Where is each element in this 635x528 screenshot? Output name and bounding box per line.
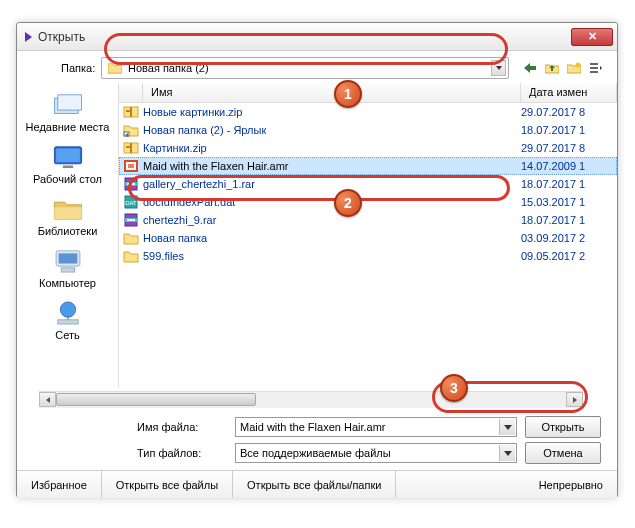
file-name: Новая папка (2) - Ярлык: [143, 124, 521, 136]
file-icon: [119, 105, 143, 119]
file-row[interactable]: Новые картинки.zip29.07.2017 8: [119, 103, 617, 121]
place-desktop[interactable]: Рабочий стол: [23, 141, 113, 187]
svg-point-12: [60, 302, 75, 317]
svg-rect-1: [590, 63, 598, 65]
svg-rect-5: [57, 95, 81, 110]
close-button[interactable]: ✕: [571, 28, 613, 46]
file-icon: [119, 141, 143, 155]
file-date: 18.07.2017 1: [521, 178, 617, 190]
open-all-files-button[interactable]: Открыть все файлы: [102, 471, 233, 498]
file-row[interactable]: Новая папка (2) - Ярлык18.07.2017 1: [119, 121, 617, 139]
horizontal-scrollbar[interactable]: [39, 391, 583, 408]
svg-rect-2: [590, 67, 598, 69]
place-recent[interactable]: Недавние места: [23, 89, 113, 135]
filename-label: Имя файла:: [137, 421, 227, 433]
column-date[interactable]: Дата измен: [521, 83, 617, 102]
file-date: 18.07.2017 1: [521, 124, 617, 136]
filename-value: Maid with the Flaxen Hair.amr: [240, 421, 386, 433]
annotation-badge-3: 3: [440, 374, 468, 402]
titlebar: Открыть ✕: [17, 23, 617, 51]
filetype-value: Все поддерживаемые файлы: [240, 447, 391, 459]
svg-rect-17: [126, 110, 130, 112]
svg-rect-11: [61, 268, 75, 272]
svg-rect-20: [130, 143, 132, 153]
annotation-badge-1: 1: [334, 80, 362, 108]
place-computer[interactable]: Компьютер: [23, 245, 113, 291]
view-menu-icon[interactable]: [587, 59, 605, 77]
window-title: Открыть: [38, 30, 571, 44]
file-row[interactable]: chertezhi_9.rar18.07.2017 1: [119, 211, 617, 229]
svg-rect-7: [56, 149, 80, 163]
filename-input[interactable]: Maid with the Flaxen Hair.amr: [235, 417, 517, 437]
bottom-toolbar: Избранное Открыть все файлы Открыть все …: [17, 470, 617, 498]
cancel-button[interactable]: Отмена: [525, 442, 601, 464]
svg-rect-24: [128, 164, 134, 168]
place-label: Сеть: [55, 329, 79, 341]
place-network[interactable]: Сеть: [23, 297, 113, 343]
chevron-down-icon[interactable]: [499, 445, 515, 461]
app-icon: [25, 32, 32, 42]
file-row[interactable]: Картинки.zip29.07.2017 8: [119, 139, 617, 157]
svg-rect-27: [127, 183, 135, 185]
column-name[interactable]: Имя: [143, 83, 521, 102]
favorites-button[interactable]: Избранное: [17, 471, 102, 498]
back-icon[interactable]: [521, 59, 539, 77]
file-row[interactable]: Новая папка03.09.2017 2: [119, 229, 617, 247]
file-list[interactable]: Новые картинки.zip29.07.2017 8Новая папк…: [119, 103, 617, 387]
svg-rect-21: [126, 146, 130, 148]
place-label: Компьютер: [39, 277, 96, 289]
svg-rect-16: [130, 107, 132, 117]
file-row[interactable]: gallery_chertezhi_1.rar18.07.2017 1: [119, 175, 617, 193]
annotation-badge-2: 2: [334, 189, 362, 217]
scroll-right-icon[interactable]: [566, 392, 583, 407]
column-icon[interactable]: [119, 83, 143, 102]
place-label: Библиотеки: [38, 225, 98, 237]
place-libraries[interactable]: Библиотеки: [23, 193, 113, 239]
toolbar-icons: [521, 59, 605, 77]
scroll-thumb[interactable]: [56, 393, 256, 406]
file-area: Имя Дата измен Новые картинки.zip29.07.2…: [119, 83, 617, 387]
scroll-left-icon[interactable]: [39, 392, 56, 407]
svg-text:DAT: DAT: [125, 200, 137, 206]
filetype-select[interactable]: Все поддерживаемые файлы: [235, 443, 517, 463]
file-date: 29.07.2017 8: [521, 106, 617, 118]
file-icon: [119, 123, 143, 137]
file-name: Maid with the Flaxen Hair.amr: [143, 160, 521, 172]
file-row[interactable]: Maid with the Flaxen Hair.amr14.07.2009 …: [119, 157, 617, 175]
file-date: 03.09.2017 2: [521, 232, 617, 244]
folder-select-value: Новая папка (2): [128, 62, 209, 74]
file-row[interactable]: 599.files09.05.2017 2: [119, 247, 617, 265]
file-name: gallery_chertezhi_1.rar: [143, 178, 521, 190]
file-name: Новая папка: [143, 232, 521, 244]
place-label: Рабочий стол: [33, 173, 102, 185]
file-row[interactable]: DATdocIdIndexPart.dat15.03.2017 1: [119, 193, 617, 211]
folder-label: Папка:: [61, 62, 95, 74]
folder-select[interactable]: Новая папка (2): [101, 57, 509, 79]
file-icon: [119, 231, 143, 245]
up-folder-icon[interactable]: [543, 59, 561, 77]
file-date: 29.07.2017 8: [521, 142, 617, 154]
chevron-down-icon[interactable]: [499, 419, 515, 435]
file-icon: [119, 177, 143, 191]
svg-rect-8: [62, 166, 72, 169]
svg-point-0: [576, 63, 581, 68]
file-name: docIdIndexPart.dat: [143, 196, 521, 208]
open-all-folders-button[interactable]: Открыть все файлы/папки: [233, 471, 396, 498]
places-sidebar: Недавние местаРабочий столБиблиотекиКомп…: [17, 83, 119, 387]
file-icon: [119, 159, 143, 173]
chevron-down-icon[interactable]: [491, 60, 506, 76]
svg-rect-32: [127, 219, 135, 221]
file-icon: [119, 249, 143, 263]
svg-rect-3: [590, 71, 598, 73]
file-date: 09.05.2017 2: [521, 250, 617, 262]
file-name: chertezhi_9.rar: [143, 214, 521, 226]
svg-rect-10: [58, 253, 77, 263]
file-name: Картинки.zip: [143, 142, 521, 154]
new-folder-icon[interactable]: [565, 59, 583, 77]
open-button[interactable]: Открыть: [525, 416, 601, 438]
file-name: 599.files: [143, 250, 521, 262]
continuous-button[interactable]: Непрерывно: [525, 471, 617, 498]
file-date: 14.07.2009 1: [521, 160, 617, 172]
file-icon: DAT: [119, 195, 143, 209]
fields-area: Имя файла: Maid with the Flaxen Hair.amr…: [17, 408, 617, 470]
